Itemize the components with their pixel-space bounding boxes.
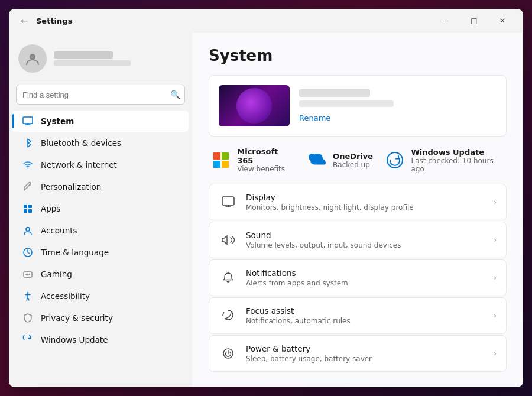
notifications-title: Notifications — [246, 268, 485, 278]
minimize-button[interactable]: — — [432, 11, 459, 30]
sidebar-item-accessibility[interactable]: Accessibility — [12, 285, 189, 307]
onedrive-title: OneDrive — [333, 152, 373, 161]
close-button[interactable]: ✕ — [489, 11, 516, 30]
svg-rect-14 — [222, 161, 229, 168]
sidebar: 🔍 System — [9, 33, 192, 387]
settings-window: ← Settings — □ ✕ — [9, 9, 523, 387]
user-info — [54, 51, 131, 66]
sidebar-item-personalization[interactable]: Personalization — [12, 176, 189, 197]
search-input[interactable] — [16, 85, 185, 105]
settings-row-display[interactable]: Display Monitors, brightness, night ligh… — [209, 184, 507, 220]
device-card: Rename — [209, 75, 507, 137]
notifications-sub: Alerts from apps and system — [246, 279, 485, 287]
sidebar-label-personalization: Personalization — [41, 182, 101, 191]
svg-point-10 — [27, 292, 29, 294]
settings-row-power[interactable]: Power & battery Sleep, battery usage, ba… — [209, 335, 507, 372]
windowsupdate-sub: Last checked: 10 hours ago — [411, 157, 504, 173]
sound-chevron: › — [494, 236, 497, 244]
bluetooth-icon — [22, 137, 34, 149]
update-icon — [22, 334, 34, 346]
quick-link-microsoft365[interactable]: Microsoft 365 View benefits — [211, 147, 294, 173]
display-title: Display — [246, 193, 485, 202]
nav-list: System Bluetooth & devices — [9, 111, 192, 350]
svg-rect-11 — [213, 152, 220, 160]
device-info: Rename — [299, 89, 497, 123]
quick-link-windowsupdate[interactable]: Windows Update Last checked: 10 hours ag… — [385, 147, 504, 173]
focus-sub: Notifications, automatic rules — [246, 317, 485, 325]
sidebar-item-bluetooth[interactable]: Bluetooth & devices — [12, 132, 189, 154]
svg-rect-4 — [28, 205, 32, 208]
power-text: Power & battery Sleep, battery usage, ba… — [246, 344, 485, 363]
time-icon — [22, 246, 34, 258]
search-icon: 🔍 — [170, 90, 180, 99]
svg-rect-3 — [24, 205, 27, 208]
avatar — [18, 44, 47, 73]
sidebar-label-update: Windows Update — [41, 335, 108, 345]
device-thumbnail — [219, 85, 290, 126]
back-button[interactable]: ← — [16, 12, 33, 29]
sidebar-label-privacy: Privacy & security — [41, 313, 113, 323]
apps-icon — [22, 203, 34, 215]
microsoft365-title: Microsoft 365 — [237, 147, 294, 165]
display-chevron: › — [494, 198, 497, 206]
svg-rect-6 — [28, 209, 32, 213]
sidebar-item-system[interactable]: System — [12, 111, 189, 132]
sidebar-item-update[interactable]: Windows Update ← — [12, 329, 189, 350]
rename-link[interactable]: Rename — [299, 113, 330, 122]
focus-icon — [219, 306, 238, 325]
sidebar-item-accounts[interactable]: Accounts — [12, 220, 189, 241]
page-title: System — [209, 47, 507, 64]
sidebar-label-accounts: Accounts — [41, 226, 77, 235]
sidebar-label-accessibility: Accessibility — [41, 291, 90, 301]
window-controls: — □ ✕ — [432, 11, 516, 30]
sound-title: Sound — [246, 231, 485, 240]
quick-links: Microsoft 365 View benefits OneDrive Bac… — [209, 147, 507, 173]
sidebar-item-apps[interactable]: Apps — [12, 198, 189, 219]
svg-rect-5 — [24, 209, 27, 213]
sidebar-label-gaming: Gaming — [41, 270, 72, 279]
sidebar-item-time[interactable]: Time & language — [12, 242, 189, 263]
main-content: System Rename — [192, 33, 523, 387]
device-name-blurred — [299, 89, 370, 97]
settings-row-sound[interactable]: Sound Volume levels, output, input, soun… — [209, 222, 507, 258]
windowsupdate-icon — [385, 150, 405, 171]
power-sub: Sleep, battery usage, battery saver — [246, 355, 485, 363]
maximize-button[interactable]: □ — [460, 11, 488, 30]
sound-text: Sound Volume levels, output, input, soun… — [246, 231, 485, 249]
power-icon — [219, 344, 238, 363]
settings-row-focus[interactable]: Focus assist Notifications, automatic ru… — [209, 297, 507, 334]
window-title: Settings — [36, 17, 432, 25]
network-icon — [22, 159, 34, 171]
personalization-icon — [22, 181, 34, 193]
sidebar-item-gaming[interactable]: Gaming — [12, 264, 189, 285]
user-section — [9, 37, 192, 82]
focus-text: Focus assist Notifications, automatic ru… — [246, 306, 485, 325]
power-title: Power & battery — [246, 344, 485, 353]
settings-row-notifications[interactable]: Notifications Alerts from apps and syste… — [209, 259, 507, 296]
notifications-icon — [219, 268, 238, 287]
svg-point-2 — [27, 168, 28, 169]
gaming-icon — [22, 268, 34, 280]
notifications-text: Notifications Alerts from apps and syste… — [246, 268, 485, 287]
accounts-icon — [22, 225, 34, 236]
device-id-blurred — [299, 100, 394, 107]
sidebar-item-privacy[interactable]: Privacy & security — [12, 307, 189, 329]
privacy-icon — [22, 312, 34, 324]
system-icon — [22, 115, 34, 127]
svg-point-7 — [26, 228, 30, 231]
sidebar-label-time: Time & language — [41, 248, 109, 257]
sidebar-label-network: Network & internet — [41, 160, 117, 170]
focus-chevron: › — [494, 311, 497, 320]
power-chevron: › — [494, 349, 497, 358]
quick-link-onedrive[interactable]: OneDrive Backed up — [306, 147, 373, 173]
onedrive-sub: Backed up — [333, 161, 373, 169]
svg-rect-16 — [222, 197, 234, 205]
sidebar-item-network[interactable]: Network & internet — [12, 154, 189, 176]
windowsupdate-title: Windows Update — [411, 148, 504, 157]
accessibility-icon — [22, 290, 34, 302]
microsoft365-sub: View benefits — [237, 165, 294, 173]
user-email-blurred — [54, 60, 131, 66]
sidebar-label-bluetooth: Bluetooth & devices — [41, 138, 121, 148]
display-text: Display Monitors, brightness, night ligh… — [246, 193, 485, 212]
svg-rect-12 — [222, 152, 229, 160]
